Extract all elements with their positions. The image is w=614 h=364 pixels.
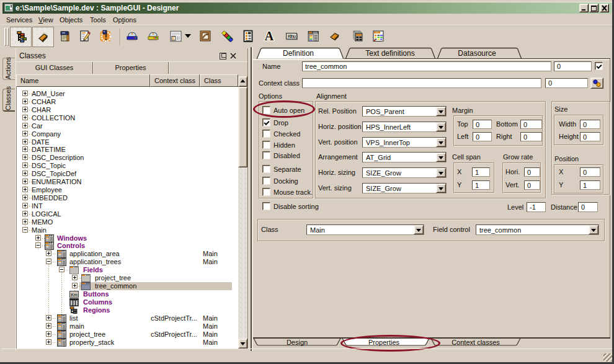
svg-text:Kthu: Kthu: [288, 33, 296, 39]
svg-text:A: A: [265, 30, 274, 42]
svg-text:Km: Km: [71, 293, 78, 297]
